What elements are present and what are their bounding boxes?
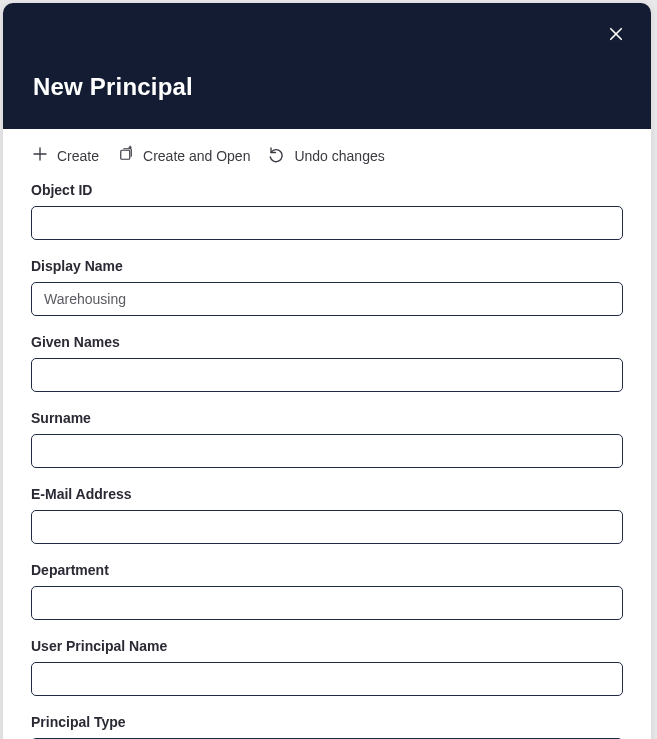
field-upn: User Principal Name <box>31 638 623 696</box>
create-open-label: Create and Open <box>143 148 250 164</box>
svg-rect-4 <box>121 150 130 159</box>
create-and-open-button[interactable]: Create and Open <box>117 145 250 166</box>
undo-label: Undo changes <box>294 148 384 164</box>
field-display-name: Display Name <box>31 258 623 316</box>
field-object-id: Object ID <box>31 182 623 240</box>
close-icon <box>607 25 625 47</box>
email-input[interactable] <box>31 510 623 544</box>
create-open-icon <box>117 145 135 166</box>
new-principal-modal: New Principal Create <box>3 3 651 739</box>
form-body: Object ID Display Name Given Names Surna… <box>3 182 651 739</box>
undo-icon <box>268 145 286 166</box>
email-label: E-Mail Address <box>31 486 623 502</box>
create-label: Create <box>57 148 99 164</box>
given-names-label: Given Names <box>31 334 623 350</box>
surname-input[interactable] <box>31 434 623 468</box>
field-surname: Surname <box>31 410 623 468</box>
field-given-names: Given Names <box>31 334 623 392</box>
principal-type-label: Principal Type <box>31 714 623 730</box>
field-department: Department <box>31 562 623 620</box>
field-principal-type: Principal Type Role <box>31 714 623 739</box>
department-input[interactable] <box>31 586 623 620</box>
plus-icon <box>31 145 49 166</box>
field-email: E-Mail Address <box>31 486 623 544</box>
object-id-input[interactable] <box>31 206 623 240</box>
upn-label: User Principal Name <box>31 638 623 654</box>
given-names-input[interactable] <box>31 358 623 392</box>
object-id-label: Object ID <box>31 182 623 198</box>
toolbar: Create Create and Open Undo changes <box>3 129 651 182</box>
modal-title: New Principal <box>33 73 193 101</box>
undo-changes-button[interactable]: Undo changes <box>268 145 384 166</box>
modal-header: New Principal <box>3 3 651 129</box>
surname-label: Surname <box>31 410 623 426</box>
create-button[interactable]: Create <box>31 145 99 166</box>
department-label: Department <box>31 562 623 578</box>
close-button[interactable] <box>605 25 627 47</box>
upn-input[interactable] <box>31 662 623 696</box>
display-name-input[interactable] <box>31 282 623 316</box>
display-name-label: Display Name <box>31 258 623 274</box>
